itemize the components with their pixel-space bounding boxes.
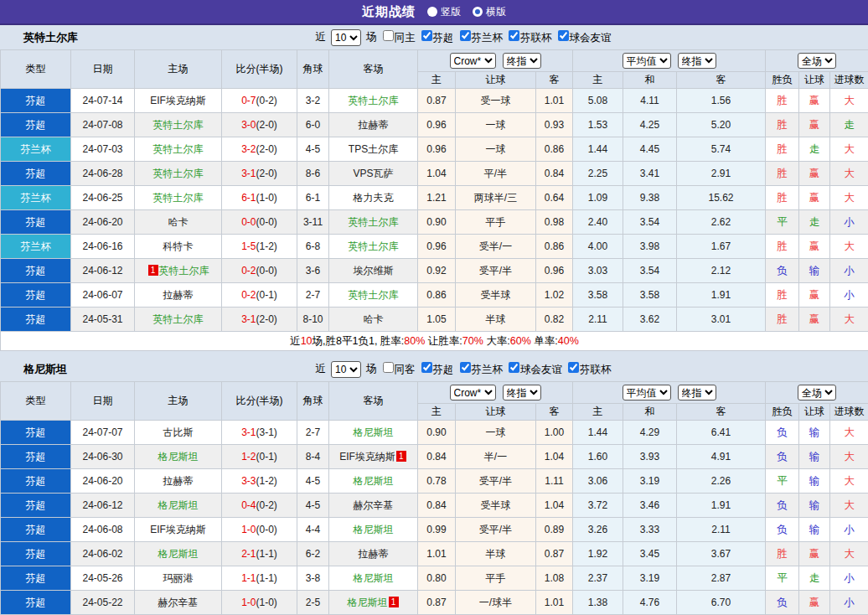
league-filter-option[interactable]: 芬超 bbox=[418, 30, 454, 45]
odds-handicap: 受半球 bbox=[456, 283, 536, 308]
result-handicap: 赢 bbox=[799, 186, 830, 210]
league-type-badge: 芬超 bbox=[1, 566, 71, 591]
col-subheader: 胜负 bbox=[766, 404, 799, 421]
league-filter-label: 芬联杯 bbox=[520, 32, 552, 44]
result-handicap: 赢 bbox=[799, 283, 830, 308]
avg-time-select[interactable]: 终指 bbox=[678, 53, 716, 69]
col-subheader: 胜负 bbox=[766, 72, 799, 89]
match-date: 24-06-12 bbox=[71, 494, 135, 518]
avg-home: 1.53 bbox=[573, 113, 623, 137]
col-header: 类型 bbox=[1, 50, 71, 89]
match-score: 1-0(1-0) bbox=[222, 591, 297, 615]
col-header: 主场 bbox=[135, 382, 222, 421]
avg-home: 2.40 bbox=[573, 210, 623, 235]
league-filter-label: 芬联杯 bbox=[580, 364, 612, 375]
fulltime-score: 6-1 bbox=[241, 192, 256, 204]
avg-group-header: 平均值终指 bbox=[573, 50, 766, 72]
layout-option-horizontal[interactable]: 横版 bbox=[473, 5, 506, 19]
title-bar: 近期战绩 竖版 横版 bbox=[0, 0, 868, 25]
halftime-score: (0-1) bbox=[256, 289, 277, 301]
away-team: 拉赫蒂 bbox=[329, 542, 418, 566]
league-checkbox[interactable] bbox=[568, 362, 579, 373]
avg-home: 1.60 bbox=[573, 445, 623, 469]
league-filter-option[interactable]: 芬联杯 bbox=[565, 362, 612, 377]
result-handicap: 输 bbox=[799, 518, 830, 542]
layout-option-vertical[interactable]: 竖版 bbox=[427, 5, 461, 19]
table-row: 芬超24-07-14EIF埃克纳斯0-7(0-2)3-2英特土尔库0.87受一球… bbox=[1, 89, 868, 113]
league-checkbox[interactable] bbox=[460, 30, 471, 41]
league-filter-option[interactable]: 球会友谊 bbox=[505, 362, 562, 377]
col-subheader: 进球数 bbox=[830, 72, 868, 89]
matches-count-select[interactable]: 10 bbox=[331, 29, 361, 46]
league-filter-option[interactable]: 球会友谊 bbox=[555, 30, 612, 45]
odds-handicap: 半球 bbox=[456, 308, 536, 332]
league-filter-option[interactable]: 芬兰杯 bbox=[457, 30, 504, 45]
summary-text: 场,胜8平1负1, 胜率: bbox=[313, 335, 405, 347]
near-label: 近 bbox=[316, 362, 327, 376]
matches-count-select[interactable]: 10 bbox=[331, 361, 361, 378]
scope-select[interactable]: 全场 bbox=[798, 53, 836, 69]
filter-bar: 近10场同主芬超芬兰杯芬联杯球会友谊 bbox=[316, 29, 612, 46]
corner-score: 6-8 bbox=[297, 235, 329, 259]
avg-home: 1.92 bbox=[573, 542, 623, 566]
avg-home: 1.44 bbox=[573, 137, 623, 162]
avg-type-select[interactable]: 平均值 bbox=[623, 385, 671, 401]
home-team: 英特土尔库 bbox=[135, 162, 222, 186]
result-outcome: 胜 bbox=[766, 542, 799, 566]
league-checkbox[interactable] bbox=[509, 362, 519, 373]
away-team: 拉赫蒂 bbox=[329, 113, 418, 137]
odds-handicap: 受一球 bbox=[456, 89, 536, 113]
radio-unselected-icon[interactable] bbox=[473, 7, 483, 17]
odds-time-select[interactable]: 终指 bbox=[503, 53, 541, 69]
avg-away: 4.91 bbox=[677, 445, 766, 469]
halftime-score: (1-1) bbox=[256, 572, 277, 584]
same-side-checkbox[interactable] bbox=[383, 30, 394, 41]
league-filter-option[interactable]: 芬联杯 bbox=[505, 30, 552, 45]
corner-score: 3-6 bbox=[297, 259, 329, 283]
table-row: 芬超24-06-12格尼斯坦0-4(0-2)4-5赫尔辛基0.84受半球1.04… bbox=[1, 494, 868, 518]
match-date: 24-06-08 bbox=[71, 518, 135, 542]
avg-away: 2.91 bbox=[677, 162, 766, 186]
avg-draw: 4.25 bbox=[623, 113, 677, 137]
odds-time-select[interactable]: 终指 bbox=[503, 385, 541, 401]
result-handicap: 赢 bbox=[799, 89, 830, 113]
odds-company-select[interactable]: Crow* bbox=[450, 385, 496, 401]
league-filter-option[interactable]: 芬超 bbox=[418, 362, 454, 377]
scope-select[interactable]: 全场 bbox=[798, 385, 836, 401]
team-label: 赫尔辛基 bbox=[354, 499, 394, 511]
odds-company-select[interactable]: Crow* bbox=[450, 53, 496, 69]
match-date: 24-06-02 bbox=[71, 542, 135, 566]
avg-away: 2.12 bbox=[677, 259, 766, 283]
match-date: 24-06-28 bbox=[71, 162, 135, 186]
away-team: 哈卡 bbox=[329, 308, 418, 332]
same-side-option[interactable]: 同主 bbox=[380, 30, 416, 45]
result-handicap: 赢 bbox=[799, 162, 830, 186]
avg-away: 15.62 bbox=[677, 186, 766, 210]
same-side-checkbox[interactable] bbox=[383, 362, 394, 373]
avg-time-select[interactable]: 终指 bbox=[678, 385, 716, 401]
avg-type-select[interactable]: 平均值 bbox=[623, 53, 671, 69]
odds-home: 1.05 bbox=[418, 308, 456, 332]
halftime-score: (1-2) bbox=[256, 475, 277, 487]
table-row: 芬超24-06-28英特土尔库3-1(2-0)8-6VPS瓦萨1.04平/半0.… bbox=[1, 162, 868, 186]
summary-text: 大率: bbox=[483, 335, 510, 347]
result-goals: 大 bbox=[830, 542, 868, 566]
away-team: 格尼斯坦 bbox=[329, 469, 418, 494]
away-team: 格尼斯坦 bbox=[329, 421, 418, 445]
league-checkbox[interactable] bbox=[460, 362, 471, 373]
corner-score: 3-8 bbox=[297, 566, 329, 591]
layout-radio-group: 竖版 横版 bbox=[427, 5, 506, 19]
match-date: 24-07-14 bbox=[71, 89, 135, 113]
league-checkbox[interactable] bbox=[558, 30, 569, 41]
same-side-option[interactable]: 同客 bbox=[380, 362, 416, 377]
league-filter-option[interactable]: 芬兰杯 bbox=[457, 362, 504, 377]
fulltime-score: 0-2 bbox=[241, 265, 256, 276]
league-checkbox[interactable] bbox=[421, 30, 432, 41]
result-outcome: 平 bbox=[766, 469, 799, 494]
radio-selected-icon[interactable] bbox=[427, 7, 437, 17]
result-handicap: 赢 bbox=[799, 113, 830, 137]
league-checkbox[interactable] bbox=[509, 30, 519, 41]
league-checkbox[interactable] bbox=[421, 362, 432, 373]
team-label: VPS瓦萨 bbox=[353, 168, 393, 179]
corner-score: 2-5 bbox=[297, 591, 329, 615]
